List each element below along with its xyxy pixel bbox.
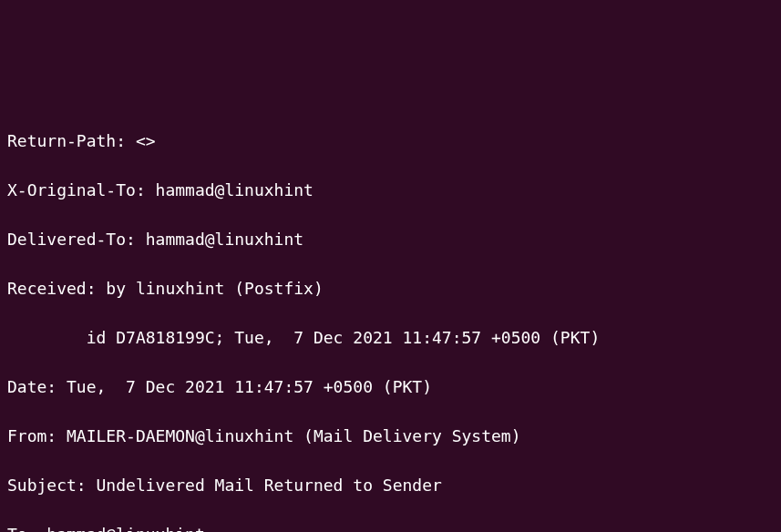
mail-header-line: Return-Path: <>	[7, 128, 774, 153]
mail-header-line: X-Original-To: hammad@linuxhint	[7, 178, 774, 202]
mail-header-line: Date: Tue, 7 Dec 2021 11:47:57 +0500 (PK…	[7, 374, 774, 399]
mail-header-line: Received: by linuxhint (Postfix)	[7, 276, 774, 301]
mail-header-line: Delivered-To: hammad@linuxhint	[7, 227, 774, 251]
mail-header-line: Subject: Undelivered Mail Returned to Se…	[7, 473, 774, 497]
terminal-output: Return-Path: <> X-Original-To: hammad@li…	[7, 104, 774, 532]
mail-header-line: From: MAILER-DAEMON@linuxhint (Mail Deli…	[7, 424, 774, 448]
mail-header-line: id D7A818199C; Tue, 7 Dec 2021 11:47:57 …	[7, 325, 774, 350]
mail-header-line: To: hammad@linuxhint	[7, 522, 774, 532]
